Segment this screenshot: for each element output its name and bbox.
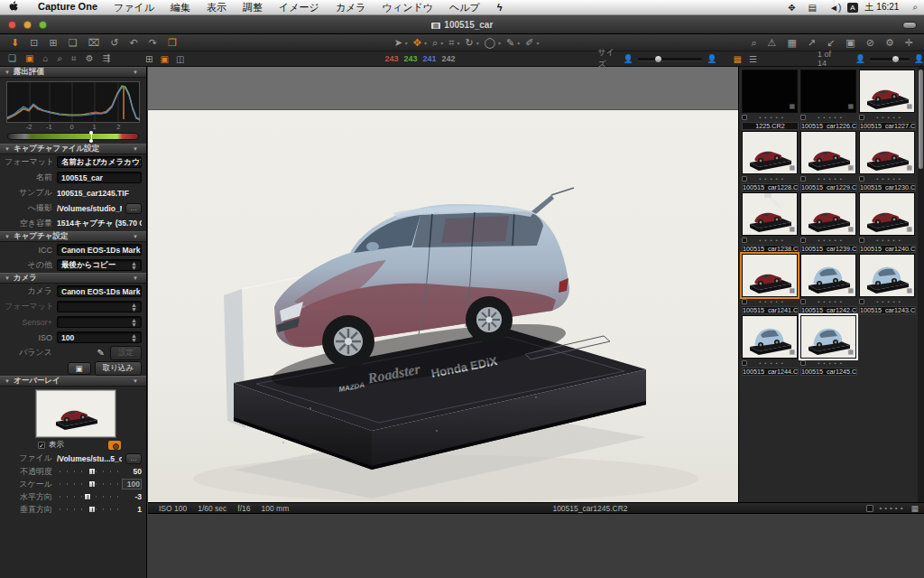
camera-capture-button[interactable]: ▣ xyxy=(68,362,91,375)
apple-logo[interactable] xyxy=(9,1,19,14)
thumbnail-image[interactable]: ▦ xyxy=(859,70,915,113)
thumbnail-rating-dots[interactable]: ••••• xyxy=(747,360,799,366)
white-balance-picker-icon[interactable]: ✎ xyxy=(97,348,105,358)
thumbnail-rating-dots[interactable]: ••••• xyxy=(806,176,857,182)
thumbnail-rating[interactable]: ••••• xyxy=(859,114,916,121)
thumbnail-cell[interactable]: ▦ ••••• 100515_car1228.CR2 xyxy=(741,130,799,191)
collapse-arrow-icon[interactable]: ▼ xyxy=(5,234,10,239)
trash-icon[interactable]: ⌧ xyxy=(83,37,106,49)
tab-output-icon[interactable]: ⇶ xyxy=(98,53,115,64)
overlay-section-header[interactable]: ▼ オーバーレイ ▼ xyxy=(0,376,146,387)
iso-select[interactable]: 100▲▼ xyxy=(57,331,142,343)
multi-view-icon[interactable]: ⊞ xyxy=(142,54,156,64)
spotlight-icon[interactable]: ⌕ xyxy=(906,2,924,13)
capture-window-icon[interactable]: ⊡ xyxy=(24,37,43,49)
thumbnail-cell[interactable]: ▦ ••••• 100515_car1238.CR2 xyxy=(741,191,799,253)
exposure-warning-icon[interactable]: ⚠ xyxy=(762,37,782,49)
thumbnail-cell[interactable]: ▦ ••••• 100515_car1244.CR2 xyxy=(741,314,799,376)
overlay-slider[interactable] xyxy=(60,492,119,501)
import-icon[interactable]: ⬇ xyxy=(5,37,24,49)
thumbnail-rating[interactable]: ••••• xyxy=(859,175,916,182)
menu-item[interactable]: Capture One xyxy=(30,1,106,14)
thumbnail-cell[interactable]: ▦ ••••• 100515_car1243.CR2 xyxy=(858,253,917,314)
thumbnail-cell[interactable]: ▦ ••••• 100515_car1241.CR2 xyxy=(741,253,799,314)
thumbnail-image[interactable]: ▦ xyxy=(859,192,915,236)
camera-icon[interactable]: ▣ xyxy=(840,37,860,49)
thumbnail-image[interactable]: ▦ xyxy=(859,131,915,174)
redo-icon[interactable]: ↷ xyxy=(143,37,162,49)
thumbnail-rating[interactable]: ••••• xyxy=(859,237,916,244)
tools-icon[interactable]: ✛ xyxy=(900,37,919,49)
thumbnail-image[interactable]: ▦ xyxy=(859,254,915,297)
display-icon[interactable]: ▤ xyxy=(802,3,823,13)
thumbnail-rating[interactable]: ••••• xyxy=(800,114,857,121)
menu-item[interactable]: ヘルプ xyxy=(441,1,488,14)
icc-profile-select[interactable]: Canon EOS-1Ds Mark III Generic▲▼ xyxy=(57,244,142,256)
thumbnail-cell[interactable]: ▦ ••••• 100515_car1230.CR2 xyxy=(858,130,917,191)
thumbnail-cell[interactable]: ▦ ••••• 100515_car1245.CR2 xyxy=(799,314,858,376)
tab-details-icon[interactable]: ⌕ xyxy=(52,53,67,64)
thumbnail-image[interactable]: ▦ xyxy=(800,315,856,359)
exposure-meter[interactable] xyxy=(7,133,139,140)
collapse-arrow-icon[interactable]: ▼ xyxy=(5,146,10,152)
browser-scrollbar[interactable] xyxy=(918,67,924,502)
statusbar-checkbox[interactable] xyxy=(866,505,873,512)
cancel-icon[interactable]: ⊘ xyxy=(861,37,880,49)
single-view-icon[interactable]: ▣ xyxy=(156,54,171,64)
menu-item[interactable]: イメージ xyxy=(271,1,328,14)
browse-overlay-file-button[interactable]: … xyxy=(125,453,142,464)
tool-dropdown-arrow[interactable]: ▾ xyxy=(537,40,540,46)
thumbnail-rating-dots[interactable]: ••••• xyxy=(806,115,857,120)
thumbnail-rating-dots[interactable]: ••••• xyxy=(864,176,916,182)
thumbnail-cell[interactable]: ▦ ••••• 1225.CR2 xyxy=(741,69,799,130)
overlay-slider[interactable] xyxy=(60,480,119,489)
move-folder-icon[interactable]: ❏ xyxy=(63,37,83,49)
thumbnail-image[interactable]: ▦ xyxy=(800,254,856,297)
exposure-section-header[interactable]: ▼ 露出評価 ▼ xyxy=(0,67,146,78)
section-menu-icon[interactable]: ▼ xyxy=(133,378,138,384)
browser-grid-view-icon[interactable]: ▦ xyxy=(729,54,744,64)
menu-item[interactable]: 表示 xyxy=(199,1,235,14)
camera-select[interactable]: Canon EOS-1Ds Mark III▲▼ xyxy=(57,285,142,297)
loupe-icon[interactable]: ⌕ xyxy=(745,37,762,49)
thumbnail-rating-dots[interactable]: ••••• xyxy=(806,360,857,366)
thumbnail-rating-dots[interactable]: ••••• xyxy=(864,238,916,243)
thumbnail-cell[interactable]: ▦ ••••• 100515_car1227.CR2 xyxy=(858,69,917,130)
thumbnail-rating-dots[interactable]: ••••• xyxy=(747,238,799,243)
overlay-slider-thumb[interactable] xyxy=(88,468,96,475)
naming-format-select[interactable]: 名前およびカメラカウンタ▲▼ xyxy=(57,156,142,168)
undo-icon[interactable]: ↶ xyxy=(124,37,143,49)
thumbnail-rating[interactable]: ••••• xyxy=(800,298,857,305)
thumbnail-cell[interactable]: ▦ ••••• 100515_car1229.CR2 xyxy=(799,130,858,191)
import-capture-button[interactable]: 取り込み xyxy=(95,361,142,376)
live-view-icon[interactable]: ⊞ xyxy=(43,37,62,49)
proof-view-icon[interactable]: ◫ xyxy=(172,54,188,64)
process-icon[interactable]: ↗ xyxy=(802,37,821,49)
overlay-camera-icon[interactable] xyxy=(108,441,121,450)
thumbnail-image[interactable]: ▦ xyxy=(800,131,856,174)
thumbnail-rating[interactable]: ••••• xyxy=(800,237,857,244)
thumbnail-image[interactable]: ▦ xyxy=(800,70,856,113)
tab-library-icon[interactable]: ❏ xyxy=(4,53,21,64)
section-menu-icon[interactable]: ▼ xyxy=(133,146,138,152)
tab-adjustments-icon[interactable]: ⚙ xyxy=(81,53,98,64)
thumbnail-rating-dots[interactable]: ••••• xyxy=(806,238,857,243)
thumb-size-slider[interactable] xyxy=(638,58,703,61)
thumbnail-rating[interactable]: ••••• xyxy=(859,298,916,305)
tab-crop-icon[interactable]: ⌗ xyxy=(67,53,81,64)
capture-file-section-header[interactable]: ▼ キャプチャファイル設定 ▼ xyxy=(0,144,146,154)
viewer-zoom-slider[interactable] xyxy=(870,58,910,61)
thumbnail-rating[interactable]: ••••• xyxy=(742,114,799,121)
overlay-slider-thumb[interactable] xyxy=(88,506,96,513)
thumbnail-rating-dots[interactable]: ••••• xyxy=(806,299,857,304)
section-menu-icon[interactable]: ▼ xyxy=(133,70,138,75)
statusbar-rating[interactable]: ••••• ▦ xyxy=(866,504,919,513)
thumbnail-image[interactable]: ▦ xyxy=(800,192,856,236)
thumbnail-cell[interactable]: ▦ ••••• 100515_car1240.CR2 xyxy=(858,191,917,253)
capture-settings-section-header[interactable]: ▼ キャプチャ設定 ▼ xyxy=(0,231,146,242)
bolt-menu-icon[interactable]: ϟ xyxy=(488,2,512,13)
focus-mask-icon[interactable]: ▦ xyxy=(781,37,801,49)
overlay-slider-thumb[interactable] xyxy=(88,480,96,488)
thumbnail-rating-dots[interactable]: ••••• xyxy=(864,299,916,304)
section-menu-icon[interactable]: ▼ xyxy=(133,275,138,281)
